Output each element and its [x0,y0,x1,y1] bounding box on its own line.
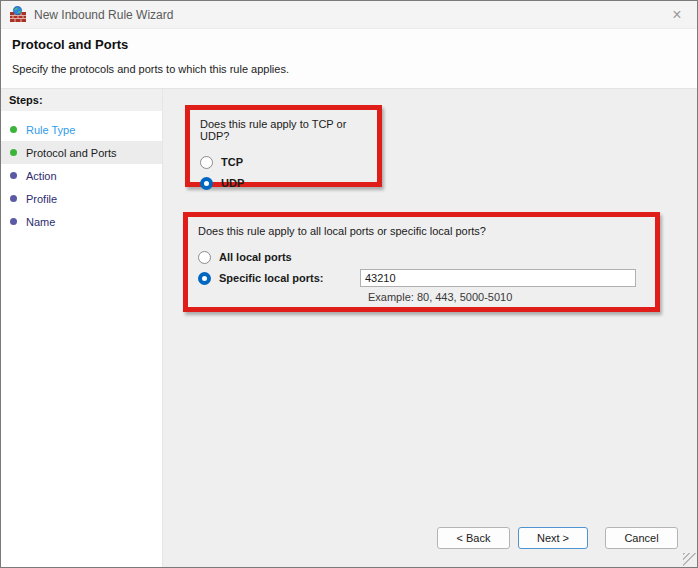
radio-option-all-local-ports[interactable]: All local ports [198,249,655,265]
steps-list: Rule Type Protocol and Ports Action Prof… [1,118,162,233]
all-local-ports-label: All local ports [219,251,292,263]
window-title: New Inbound Rule Wizard [34,8,173,22]
titlebar: New Inbound Rule Wizard × [1,1,697,29]
step-bullet-icon [10,218,17,225]
steps-sidebar: Steps: Rule Type Protocol and Ports Acti… [1,89,163,567]
step-label: Name [26,216,55,228]
radio-option-udp[interactable]: UDP [200,175,377,191]
annotation-box-ports: Does this rule apply to all local ports … [183,212,660,312]
page-subtitle: Specify the protocols and ports to which… [12,63,697,75]
steps-heading: Steps: [1,89,162,111]
close-icon[interactable]: × [657,1,697,29]
next-button[interactable]: Next > [518,527,588,549]
annotation-box-protocol: Does this rule apply to TCP or UDP? TCP … [185,105,382,187]
radio-tcp-label: TCP [221,156,243,168]
cancel-button[interactable]: Cancel [605,527,678,549]
new-inbound-rule-wizard-window: New Inbound Rule Wizard × Protocol and P… [0,0,698,568]
sidebar-item-action[interactable]: Action [1,164,162,187]
step-bullet-icon [10,195,17,202]
specific-local-ports-label: Specific local ports: [219,272,360,284]
wizard-header: Protocol and Ports Specify the protocols… [1,29,697,89]
wizard-main-panel: Does this rule apply to TCP or UDP? TCP … [163,89,697,567]
step-label: Rule Type [26,124,75,136]
ports-question: Does this rule apply to all local ports … [198,225,655,237]
radio-udp-label: UDP [221,177,244,189]
step-bullet-icon [10,172,17,179]
radio-unselected-icon[interactable] [198,251,211,264]
radio-option-specific-local-ports[interactable]: Specific local ports: [198,270,655,286]
step-bullet-icon [10,149,17,156]
protocol-question: Does this rule apply to TCP or UDP? [200,118,377,142]
radio-option-tcp[interactable]: TCP [200,154,377,170]
sidebar-item-profile[interactable]: Profile [1,187,162,210]
resize-grip[interactable] [683,553,696,566]
specific-ports-input[interactable] [360,269,636,287]
firewall-icon [9,6,27,23]
step-bullet-icon [10,126,17,133]
step-label: Protocol and Ports [26,147,117,159]
radio-selected-icon[interactable] [198,272,211,285]
step-label: Profile [26,193,57,205]
step-label: Action [26,170,57,182]
back-button[interactable]: < Back [437,527,510,549]
radio-selected-icon[interactable] [200,177,213,190]
sidebar-item-name[interactable]: Name [1,210,162,233]
ports-example-hint: Example: 80, 443, 5000-5010 [368,291,655,303]
sidebar-item-protocol-and-ports[interactable]: Protocol and Ports [1,141,162,164]
sidebar-item-rule-type[interactable]: Rule Type [1,118,162,141]
page-title: Protocol and Ports [12,37,697,52]
radio-unselected-icon[interactable] [200,156,213,169]
